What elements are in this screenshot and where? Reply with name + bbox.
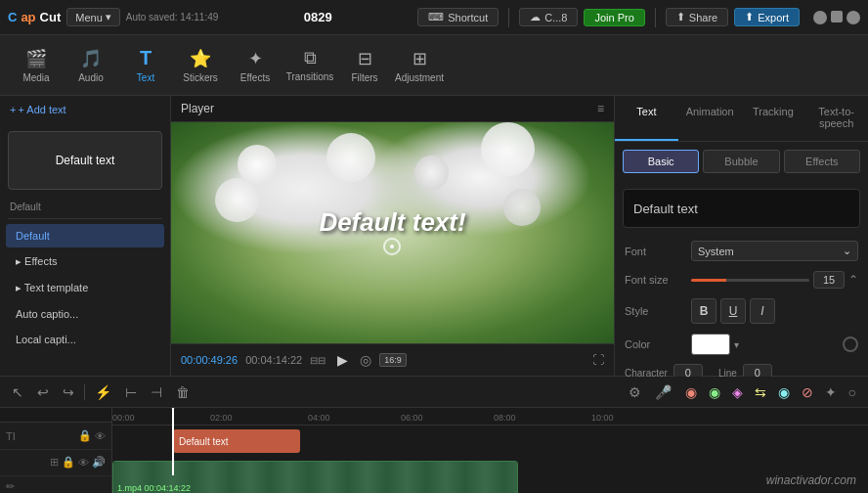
mic-icon[interactable]: 🎤	[651, 382, 675, 402]
tool-filters[interactable]: ⊟ Filters	[338, 39, 391, 92]
share-icon: ⬆	[676, 11, 685, 23]
topbar-center: 0829	[224, 10, 412, 24]
eye-icon-2[interactable]: 👁	[78, 457, 89, 469]
play-button[interactable]: ▶	[333, 350, 352, 370]
text-item-auto-caption[interactable]: Auto captio...	[6, 302, 164, 326]
font-size-row: Font size 15 ⌃	[615, 266, 868, 293]
text-item-default[interactable]: Default	[6, 224, 164, 247]
tool-media[interactable]: 🎬 Media	[10, 39, 63, 92]
text-item-template[interactable]: ▸ Text template	[6, 276, 164, 300]
track-labels: TI 🔒 👁 ⊞ 🔒 👁 🔊 ✏	[0, 408, 112, 493]
text-track-controls: 🔒 👁	[78, 429, 106, 442]
tab-text-to-speech[interactable]: Text-to-speech	[804, 96, 868, 141]
edit-track-label: ✏	[0, 480, 111, 493]
video-label: 1.mp4 00:04:14:22	[117, 483, 191, 493]
time-6: 06:00	[401, 413, 423, 423]
tool-transitions[interactable]: ⧉ Transitions	[283, 39, 336, 92]
split-button[interactable]: ⚡	[91, 382, 115, 402]
ruler-spacer	[0, 408, 111, 423]
tool-text[interactable]: T Text	[119, 39, 172, 92]
tool-effects[interactable]: ✦ Effects	[229, 39, 282, 92]
cut-right[interactable]: ⊣	[147, 382, 166, 402]
style-tab-effects[interactable]: Effects	[784, 150, 860, 173]
timeline-icon-2[interactable]: ◉	[705, 382, 724, 402]
expand-icon[interactable]: ⊞	[50, 456, 59, 469]
stickers-icon: ⭐	[190, 48, 211, 69]
player-menu-icon[interactable]: ≡	[597, 102, 604, 115]
lock-icon[interactable]: 🔒	[78, 429, 92, 442]
fullscreen-button[interactable]: ⛶	[592, 353, 604, 367]
timeline: ↖ ↩ ↪ ⚡ ⊢ ⊣ 🗑 ⚙ 🎤 ◉ ◉ ◈ ⇆ ◉ ⊘ ✦ ○ TI	[0, 376, 868, 493]
divider	[84, 384, 85, 400]
text-item-effects[interactable]: ▸ Effects	[6, 249, 164, 274]
underline-button[interactable]: U	[720, 298, 746, 324]
bold-button[interactable]: B	[691, 298, 716, 324]
eye-icon[interactable]: 👁	[95, 430, 106, 442]
italic-button[interactable]: I	[750, 298, 775, 324]
topbar: CapCut Menu ▾ Auto saved: 14:11:49 0829 …	[0, 0, 868, 35]
audio-icon-2[interactable]: 🔊	[92, 456, 106, 469]
tab-text[interactable]: Text	[615, 96, 678, 141]
lock-icon-2[interactable]: 🔒	[62, 456, 75, 469]
color-dropdown-icon[interactable]: ▾	[734, 339, 739, 350]
right-tabs: Text Animation Tracking Text-to-speech	[615, 96, 868, 142]
style-label: Style	[625, 305, 683, 317]
effects-icon: ✦	[248, 48, 263, 69]
color-row: Color ▾	[615, 329, 868, 360]
minimize-button[interactable]	[813, 11, 827, 24]
timeline-icon-3[interactable]: ◈	[728, 382, 747, 402]
font-size-value[interactable]: 15	[813, 271, 845, 289]
timeline-ruler: 00:00 02:00 04:00 06:00 08:00 10:00	[112, 408, 868, 426]
player-viewport[interactable]: Default text!	[171, 122, 614, 343]
player-background: Default text!	[171, 122, 614, 343]
tool-audio[interactable]: 🎵 Audio	[65, 39, 117, 92]
gear-icon[interactable]: ⚙	[625, 382, 645, 402]
text-item-local-caption[interactable]: Local capti...	[6, 328, 164, 351]
tab-animation[interactable]: Animation	[678, 96, 742, 141]
style-tab-basic[interactable]: Basic	[623, 150, 699, 173]
close-button[interactable]	[846, 11, 860, 24]
menu-button[interactable]: Menu ▾	[66, 8, 120, 26]
restore-button[interactable]	[831, 11, 843, 22]
cloud-button[interactable]: ☁ C...8	[519, 8, 578, 26]
pencil-icon[interactable]: ✏	[6, 480, 15, 493]
timeline-icon-1[interactable]: ◉	[681, 382, 701, 402]
share-button[interactable]: ⬆ Share	[666, 8, 728, 26]
timeline-icon-8[interactable]: ○	[845, 382, 860, 402]
style-btn-group: B U I	[691, 298, 775, 324]
font-value: System ⌄	[691, 241, 858, 261]
text-track-label: TI 🔒 👁	[0, 423, 111, 449]
font-size-stepper[interactable]: ⌃	[848, 273, 858, 287]
timeline-icon-6[interactable]: ⊘	[798, 382, 817, 402]
select-tool[interactable]: ↖	[8, 382, 27, 402]
delete-button[interactable]: 🗑	[172, 382, 194, 402]
redo-button[interactable]: ↪	[59, 382, 78, 402]
timeline-icon-4[interactable]: ⇆	[751, 382, 770, 402]
cut-left[interactable]: ⊢	[121, 382, 141, 402]
add-text-button[interactable]: + + Add text	[0, 96, 170, 123]
tab-tracking[interactable]: Tracking	[742, 96, 805, 141]
timeline-content: TI 🔒 👁 ⊞ 🔒 👁 🔊 ✏ 00:00	[0, 408, 868, 493]
join-pro-button[interactable]: Join Pro	[584, 9, 644, 26]
tool-stickers[interactable]: ⭐ Stickers	[174, 39, 227, 92]
font-size-slider[interactable]	[691, 279, 809, 282]
text-track-icon: TI	[6, 430, 16, 442]
default-label: Default	[0, 198, 170, 214]
font-row: Font System ⌄	[615, 236, 868, 266]
shortcut-button[interactable]: ⌨ Shortcut	[417, 8, 499, 26]
font-selector[interactable]: System ⌄	[691, 241, 858, 261]
color-swatch[interactable]	[691, 334, 730, 355]
export-button[interactable]: ⬆ Export	[734, 8, 800, 26]
tool-adjustment[interactable]: ⊞ Adjustment	[393, 39, 446, 92]
timeline-icon-5[interactable]: ◉	[774, 382, 794, 402]
window-controls	[813, 11, 860, 24]
time-2: 02:00	[210, 413, 233, 423]
playhead[interactable]	[172, 408, 174, 475]
timeline-icon-7[interactable]: ✦	[821, 382, 841, 402]
text-clip[interactable]: Default text	[173, 429, 300, 453]
right-text-preview: Default text	[623, 189, 860, 228]
style-tab-bubble[interactable]: Bubble	[703, 150, 779, 173]
player-controls: 00:00:49:26 00:04:14:22 ⊟⊟ ▶ ◎ 16:9 ⛶	[171, 343, 614, 376]
color-label: Color	[625, 338, 683, 350]
undo-button[interactable]: ↩	[33, 382, 53, 402]
